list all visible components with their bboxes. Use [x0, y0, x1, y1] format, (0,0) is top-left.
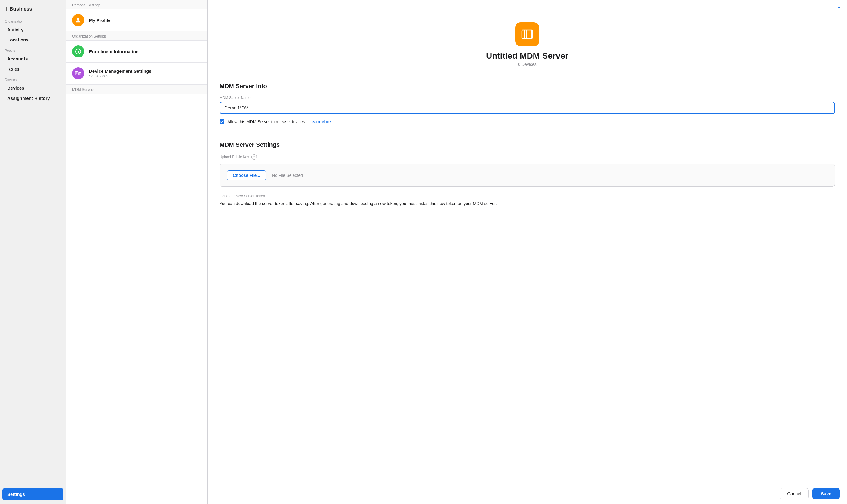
- chevron-down-icon[interactable]: ⌄: [837, 4, 841, 9]
- svg-rect-9: [522, 30, 533, 38]
- sidebar-item-locations[interactable]: Locations: [2, 35, 64, 45]
- device-management-subtitle: 93 Devices: [89, 74, 151, 78]
- help-icon[interactable]: ?: [251, 154, 257, 160]
- sidebar-header:  Business: [0, 0, 66, 16]
- mdm-server-info-title: MDM Server Info: [220, 83, 835, 90]
- mdm-server-name-input[interactable]: [220, 102, 835, 114]
- settings-button[interactable]: Settings: [2, 488, 64, 500]
- svg-rect-7: [76, 72, 77, 74]
- section-label-people: People: [0, 45, 66, 54]
- svg-point-0: [77, 18, 79, 20]
- choose-file-button[interactable]: Choose File...: [227, 170, 266, 180]
- sidebar-section-people: People Accounts Roles: [0, 45, 66, 74]
- no-file-label: No File Selected: [272, 173, 303, 178]
- generate-token-section: Generate New Server Token You can downlo…: [220, 194, 835, 207]
- my-profile-title: My Profile: [89, 18, 111, 23]
- brand-name: Business: [9, 6, 32, 12]
- sidebar-item-assignment-history[interactable]: Assignment History: [2, 93, 64, 103]
- apple-logo-icon: : [5, 5, 7, 12]
- upload-label-row: Upload Public Key ?: [220, 154, 835, 160]
- sidebar:  Business Organization Activity Locatio…: [0, 0, 66, 504]
- enrollment-title: Enrollment Information: [89, 49, 139, 54]
- device-management-icon: [72, 67, 84, 79]
- sidebar-item-devices[interactable]: Devices: [2, 83, 64, 93]
- svg-rect-3: [78, 51, 78, 53]
- mdm-server-settings-section: MDM Server Settings Upload Public Key ? …: [208, 133, 847, 215]
- server-title: Untitled MDM Server: [486, 51, 569, 61]
- sidebar-item-roles[interactable]: Roles: [2, 64, 64, 74]
- sidebar-bottom: Settings: [0, 484, 66, 504]
- right-panel: ⌄ Untitled MDM Server 0 Devices MDM Serv…: [208, 0, 847, 504]
- sidebar-section-organization: Organization Activity Locations: [0, 16, 66, 45]
- sidebar-section-devices: Devices Devices Assignment History: [0, 74, 66, 104]
- cancel-button[interactable]: Cancel: [780, 488, 809, 499]
- enrollment-text: Enrollment Information: [89, 49, 139, 54]
- enrollment-information-item[interactable]: Enrollment Information: [66, 41, 207, 62]
- learn-more-link[interactable]: Learn More: [309, 120, 331, 124]
- mdm-server-name-label: MDM Server Name: [220, 96, 835, 100]
- allow-release-label: Allow this MDM Server to release devices…: [228, 120, 306, 124]
- top-bar: ⌄: [208, 0, 847, 13]
- bottom-bar: Cancel Save: [208, 483, 847, 504]
- upload-public-key-label: Upload Public Key: [220, 155, 249, 159]
- my-profile-icon: [72, 14, 84, 26]
- my-profile-item[interactable]: My Profile: [66, 9, 207, 31]
- file-upload-area: Choose File... No File Selected: [220, 164, 835, 187]
- save-button[interactable]: Save: [812, 488, 840, 499]
- mdm-servers-header: MDM Servers: [66, 85, 207, 94]
- section-label-devices: Devices: [0, 74, 66, 83]
- allow-release-checkbox[interactable]: [220, 120, 224, 124]
- sidebar-item-activity[interactable]: Activity: [2, 25, 64, 35]
- generate-token-title: Generate New Server Token: [220, 194, 835, 198]
- middle-panel: Personal Settings My Profile Organizatio…: [66, 0, 208, 504]
- generate-token-desc: You can download the server token after …: [220, 201, 835, 207]
- device-management-text: Device Management Settings 93 Devices: [89, 69, 151, 78]
- enrollment-icon: [72, 46, 84, 57]
- device-management-item[interactable]: Device Management Settings 93 Devices: [66, 62, 207, 85]
- section-label-organization: Organization: [0, 16, 66, 24]
- organization-settings-header: Organization Settings: [66, 31, 207, 41]
- svg-rect-8: [79, 73, 80, 75]
- server-subtitle: 0 Devices: [518, 62, 536, 67]
- device-management-title: Device Management Settings: [89, 69, 151, 74]
- personal-settings-header: Personal Settings: [66, 0, 207, 9]
- allow-release-row: Allow this MDM Server to release devices…: [220, 120, 835, 124]
- mdm-server-settings-title: MDM Server Settings: [220, 141, 835, 148]
- my-profile-text: My Profile: [89, 18, 111, 23]
- mdm-server-info-section: MDM Server Info MDM Server Name Allow th…: [208, 74, 847, 133]
- server-icon: [515, 22, 539, 46]
- sidebar-item-accounts[interactable]: Accounts: [2, 54, 64, 64]
- server-header: Untitled MDM Server 0 Devices: [208, 13, 847, 74]
